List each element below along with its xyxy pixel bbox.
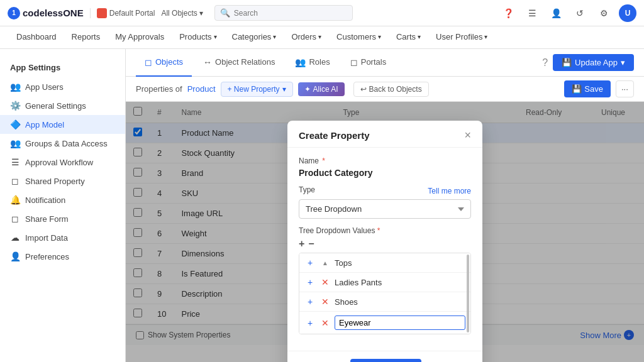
avatar[interactable]: U [619,4,636,22]
name-label-text: Name [299,156,319,165]
modal-body: Name * Product Category Type Tell me mor… [287,148,482,351]
modal-title: Create Property [299,130,370,141]
save-button[interactable]: 💾 Save [564,80,611,97]
product-object-link[interactable]: Product [187,84,216,94]
tree-values-label: Tree Dropdown Values * [299,226,471,235]
approval-icon: ☰ [10,157,20,167]
tab-objects[interactable]: ◻ Objects [136,49,192,77]
products-arrow: ▾ [214,33,217,40]
shared-property-icon: ◻ [10,176,20,186]
collapse-tops-button[interactable]: ▲ [319,257,331,268]
sidebar-label-approval: Approval Workflow [25,158,93,167]
remove-ladies-pants-button[interactable]: ✕ [319,277,331,288]
new-property-button[interactable]: + New Property ▾ [221,82,293,97]
sidebar-label-import: Import Data [25,233,68,243]
search-input[interactable] [234,9,322,18]
modal-header: Create Property × [287,121,482,148]
sidebar-label-notification: Notification [25,195,65,205]
sidebar-item-share-form[interactable]: ◻ Share Form [0,209,125,228]
values-toolbar: + − [299,239,471,249]
sidebar-item-app-model[interactable]: 🔷 App Model [0,115,125,134]
portal-icon [97,8,107,18]
nav-carts[interactable]: Carts ▾ [390,26,427,49]
type-select[interactable]: Tree Dropdown Text Number True/False [299,199,471,219]
sidebar-item-shared-property[interactable]: ◻ Shared Property [0,172,125,190]
carts-arrow: ▾ [418,33,421,40]
sidebar-title: App Settings [0,57,125,77]
history-icon[interactable]: ↺ [571,4,589,22]
users-icon[interactable]: 👤 [547,4,565,22]
add-child-tops-button[interactable]: + [304,257,316,268]
update-app-button[interactable]: 💾 Update App ▾ [553,54,634,71]
scrollbar [467,255,469,332]
tab-object-relations[interactable]: ↔ Object Relations [194,49,284,77]
nav-orders[interactable]: Orders ▾ [285,26,328,49]
tab-roles[interactable]: 👥 Roles [286,49,338,77]
list-icon[interactable]: ☰ [523,4,541,22]
sidebar-item-groups-data-access[interactable]: 👥 Groups & Data Access [0,134,125,153]
add-child-shoes-button[interactable]: + [304,296,316,307]
more-options-button[interactable]: ··· [616,80,634,97]
nav-reports[interactable]: Reports [65,26,107,49]
portal-name: Default Portal [109,9,155,18]
share-form-icon: ◻ [10,214,20,224]
sidebar-label-share-form: Share Form [25,214,69,224]
search-bar[interactable]: 🔍 [214,5,353,21]
logo-text: codelessONE [23,8,84,18]
sidebar-item-import-data[interactable]: ☁ Import Data [0,228,125,247]
remove-shoes-button[interactable]: ✕ [319,296,331,307]
settings-icon[interactable]: ⚙ [595,4,613,22]
logo-icon: 1 [8,7,20,19]
save-icon: 💾 [572,84,582,94]
all-objects-dropdown[interactable]: All Objects ▾ [161,9,203,18]
nav-products[interactable]: Products ▾ [173,26,223,49]
roles-icon: 👥 [295,57,306,67]
help-icon[interactable]: ❓ [499,4,517,22]
table-area: # Name Type Read-Only Unique 1 Product N… [126,102,644,362]
value-item-eyewear: + ✕ [299,312,470,334]
portal-selector[interactable]: Default Portal [90,8,155,18]
tab-portals[interactable]: ◻ Portals [341,49,395,77]
add-child-eyewear-button[interactable]: + [304,317,316,329]
tops-value-text: Tops [335,258,465,268]
sidebar-item-app-users[interactable]: 👥 App Users [0,77,125,96]
nav-dashboard[interactable]: Dashboard [10,26,63,49]
back-to-objects-button[interactable]: ↩ Back to Objects [353,82,429,97]
sidebar-item-preferences[interactable]: 👤 Preferences [0,247,125,266]
notification-icon: 🔔 [10,195,20,205]
sidebar-item-approval-workflow[interactable]: ☰ Approval Workflow [0,153,125,172]
tree-values-field-row: Tree Dropdown Values * + − + ▲ [299,226,471,334]
name-label: Name * [299,156,471,165]
nav-categories[interactable]: Categories ▾ [226,26,283,49]
portals-icon: ◻ [350,57,358,67]
tell-me-more-link[interactable]: Tell me more [428,187,471,195]
alice-ai-button[interactable]: ✦ Alice AI [298,82,345,96]
modal-close-button[interactable]: × [464,129,471,141]
remove-eyewear-button[interactable]: ✕ [319,317,331,329]
all-objects-arrow: ▾ [199,9,203,18]
orders-arrow: ▾ [318,33,321,40]
add-value-button[interactable]: + [299,239,304,249]
tab-help-icon[interactable]: ? [542,57,548,69]
preferences-icon: 👤 [10,251,20,261]
tree-values-required: * [377,226,380,235]
sidebar-item-general-settings[interactable]: ⚙️ General Settings [0,96,125,115]
values-list: + ▲ Tops + ✕ Ladies Pants [299,253,471,334]
shoes-value-text: Shoes [335,297,465,307]
add-child-ladies-pants-button[interactable]: + [304,277,316,288]
sidebar-label-groups: Groups & Data Access [25,139,108,148]
sidebar-item-notification[interactable]: 🔔 Notification [0,190,125,209]
nav-approvals[interactable]: My Approvals [109,26,170,49]
topbar-icons: ❓ ☰ 👤 ↺ ⚙ U [499,4,636,22]
create-and-new-button[interactable]: Create and New [350,359,421,362]
remove-value-button[interactable]: − [308,239,314,249]
sidebar-label-app-users: App Users [25,82,64,92]
nav-user-profiles[interactable]: User Profiles ▾ [430,26,494,49]
table-action-buttons: 💾 Save ··· [564,80,634,97]
alice-icon: ✦ [304,85,311,94]
eyewear-value-input[interactable] [335,315,465,330]
nav-customers[interactable]: Customers ▾ [330,26,387,49]
topbar: 1 codelessONE Default Portal All Objects… [0,0,644,26]
customers-arrow: ▾ [378,33,381,40]
secondary-nav: Dashboard Reports My Approvals Products … [0,26,644,49]
